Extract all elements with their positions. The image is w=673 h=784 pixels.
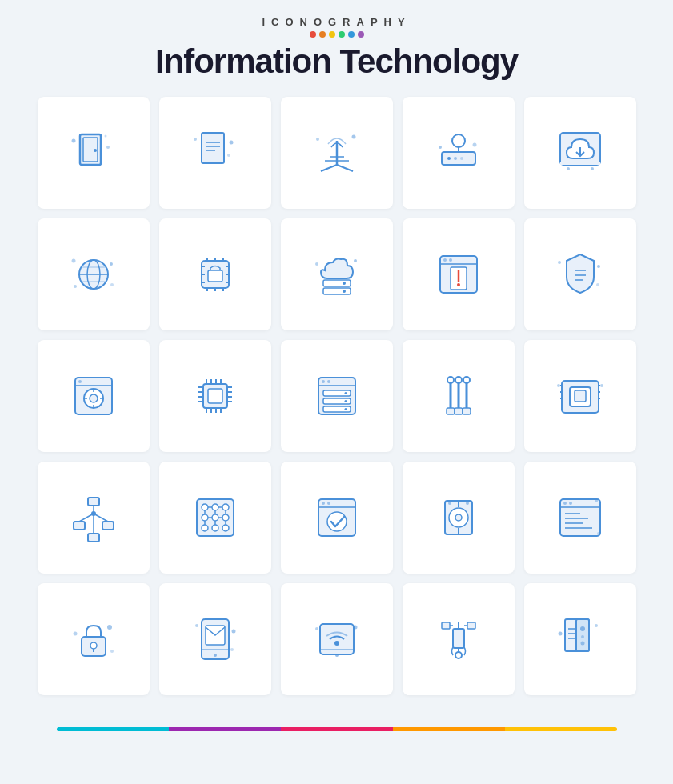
svg-line-14 (321, 165, 337, 171)
svg-point-78 (78, 380, 82, 383)
svg-point-164 (322, 502, 325, 505)
svg-point-69 (457, 283, 460, 286)
svg-point-59 (343, 290, 346, 293)
icon-data-document[interactable] (524, 583, 636, 695)
svg-point-5 (104, 135, 106, 138)
svg-point-39 (110, 262, 113, 266)
icon-chip-lock[interactable] (159, 218, 271, 330)
icon-cables[interactable] (403, 340, 515, 452)
svg-point-218 (580, 642, 584, 646)
svg-rect-119 (447, 408, 455, 414)
svg-rect-86 (208, 389, 222, 403)
svg-point-31 (567, 167, 570, 170)
dot-yellow (329, 31, 335, 38)
icon-chip-window[interactable] (524, 340, 636, 452)
footer-line-purple (169, 727, 281, 731)
svg-point-187 (107, 625, 112, 630)
svg-point-144 (212, 504, 218, 510)
svg-point-118 (463, 377, 470, 383)
svg-point-27 (439, 146, 442, 149)
svg-line-138 (79, 514, 94, 522)
svg-point-210 (455, 652, 462, 658)
svg-point-200 (334, 641, 339, 646)
svg-rect-135 (102, 522, 114, 530)
svg-rect-120 (455, 408, 463, 414)
svg-rect-206 (467, 622, 475, 629)
footer-line-yellow (505, 727, 617, 731)
svg-point-219 (595, 624, 598, 627)
page-header: ICONOGRAPHY Information Technology (155, 16, 518, 81)
icon-cloud-download[interactable] (524, 97, 636, 209)
svg-point-145 (222, 504, 229, 510)
dot-purple (358, 31, 364, 38)
icon-shield-badge[interactable] (524, 218, 636, 330)
svg-point-24 (454, 157, 457, 160)
svg-point-60 (315, 262, 318, 266)
icon-tablet-email[interactable] (159, 583, 271, 695)
svg-rect-43 (208, 270, 222, 282)
rainbow-dots (155, 31, 518, 38)
icon-cloud-server[interactable] (281, 218, 393, 330)
svg-point-61 (354, 259, 357, 262)
svg-point-201 (315, 627, 318, 630)
svg-point-132 (600, 384, 603, 387)
icon-antenna[interactable] (281, 97, 393, 209)
svg-point-146 (202, 514, 208, 521)
page-title: Information Technology (155, 42, 518, 81)
icon-padlock[interactable] (38, 583, 150, 695)
svg-point-150 (212, 525, 218, 531)
svg-point-41 (74, 285, 77, 288)
svg-point-183 (597, 532, 600, 535)
svg-point-32 (591, 167, 594, 170)
svg-point-23 (447, 157, 451, 160)
svg-point-141 (91, 511, 96, 516)
svg-point-185 (90, 642, 97, 649)
svg-line-139 (94, 514, 108, 522)
icon-hard-drive[interactable] (403, 462, 515, 574)
icon-code-window[interactable] (524, 462, 636, 574)
icons-grid (38, 97, 636, 695)
footer-lines (57, 727, 617, 731)
svg-point-25 (460, 157, 463, 160)
icon-satellite[interactable] (403, 583, 515, 695)
svg-point-4 (106, 146, 110, 149)
icon-server-window[interactable] (281, 340, 393, 452)
svg-point-148 (222, 514, 229, 521)
svg-point-189 (110, 650, 114, 653)
icon-globe[interactable] (38, 218, 150, 330)
svg-point-111 (344, 400, 347, 402)
icon-microchip[interactable] (159, 340, 271, 452)
svg-point-19 (351, 135, 355, 139)
dot-blue (348, 31, 355, 38)
svg-point-202 (353, 626, 357, 630)
icon-door[interactable] (38, 97, 150, 209)
icon-router[interactable] (403, 97, 515, 209)
icon-browser-check[interactable] (281, 462, 393, 574)
svg-point-26 (472, 143, 476, 147)
svg-point-177 (569, 502, 572, 505)
svg-point-18 (316, 138, 319, 141)
svg-point-110 (344, 392, 347, 394)
icon-data-file[interactable] (159, 97, 271, 209)
icon-window-warning[interactable] (403, 218, 515, 330)
icon-network[interactable] (38, 462, 150, 574)
svg-point-40 (110, 283, 114, 286)
svg-rect-203 (453, 629, 464, 648)
svg-point-165 (327, 502, 330, 505)
icon-tablet-wifi[interactable] (281, 583, 393, 695)
svg-point-176 (563, 502, 567, 505)
icon-safe[interactable] (38, 340, 150, 452)
svg-point-216 (580, 626, 585, 631)
svg-point-166 (327, 512, 347, 531)
svg-point-169 (455, 514, 462, 521)
footer-line-cyan (57, 727, 169, 731)
svg-rect-121 (463, 408, 471, 414)
svg-point-149 (202, 525, 208, 531)
svg-rect-57 (323, 288, 351, 294)
svg-point-198 (335, 654, 339, 657)
svg-point-11 (229, 141, 233, 145)
svg-point-195 (231, 630, 235, 634)
svg-point-117 (455, 377, 462, 383)
icon-circuit-board[interactable] (159, 462, 271, 574)
svg-rect-56 (323, 280, 351, 286)
